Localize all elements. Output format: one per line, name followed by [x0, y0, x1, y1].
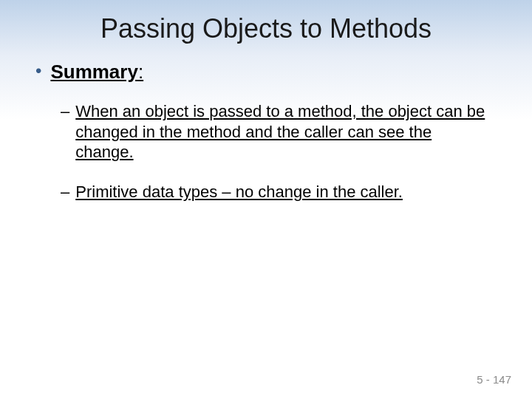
bullet-summary: • Summary:	[35, 61, 510, 83]
sub-bullet-1: – When an object is passed to a method, …	[61, 101, 510, 163]
sub-bullet-2-text: Primitive data types – no change in the …	[75, 182, 403, 202]
sub-bullet-1-text: When an object is passed to a method, th…	[75, 101, 488, 163]
slide: Passing Objects to Methods • Summary: – …	[0, 0, 532, 399]
summary-label: Summary	[50, 61, 138, 83]
dash-icon: –	[61, 101, 69, 122]
bullet-icon: •	[35, 61, 41, 82]
summary-colon: :	[138, 61, 143, 83]
dash-icon: –	[61, 182, 69, 202]
slide-content: • Summary: – When an object is passed to…	[0, 44, 532, 202]
slide-number: 5 - 147	[477, 373, 511, 386]
slide-title: Passing Objects to Methods	[0, 0, 532, 44]
sub-bullet-2: – Primitive data types – no change in th…	[61, 182, 510, 202]
